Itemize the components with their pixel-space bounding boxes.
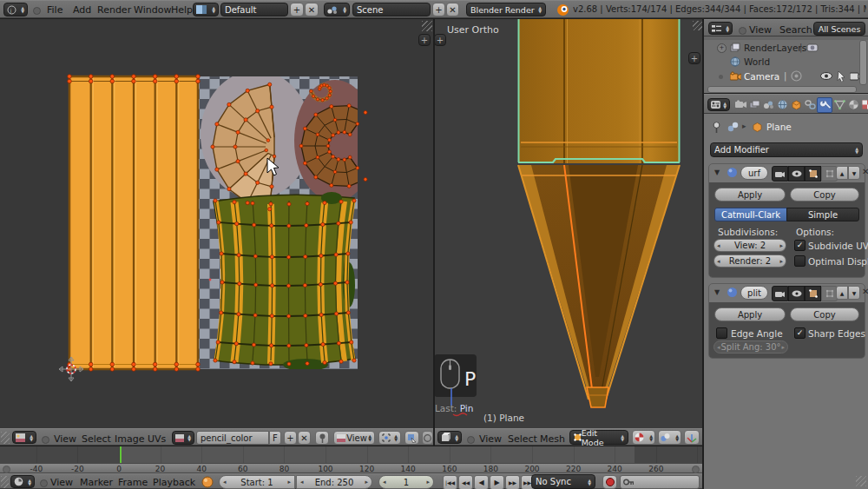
menu-file[interactable]: File [47, 4, 62, 16]
timeline-track[interactable] [0, 446, 703, 463]
selectability-arrow-icon[interactable] [836, 70, 846, 82]
editmode-visibility-toggle[interactable] [805, 166, 821, 182]
tab-material[interactable] [846, 97, 860, 111]
outliner-item-label[interactable]: World [744, 56, 770, 67]
tab-constraints[interactable] [803, 97, 817, 111]
render-engine-select[interactable]: Blender Render ▲▼ [466, 3, 546, 17]
render-restrict-icon[interactable] [806, 42, 819, 53]
current-frame-stepper[interactable]: ◂1▸ [378, 475, 434, 489]
edgesplit-apply-button[interactable]: Apply [714, 307, 786, 321]
screen-layout-browse-button[interactable]: ▲▼ [193, 3, 219, 17]
object-data-icon[interactable] [727, 122, 739, 132]
screen-layout-name-field[interactable]: Default [220, 3, 288, 17]
render-visibility-toggle[interactable] [772, 286, 788, 301]
keying-set-field[interactable] [620, 475, 700, 489]
frame-end-stepper[interactable]: ◂End: 250▸ [296, 475, 372, 489]
border-3d-properties[interactable] [702, 19, 704, 489]
uv-display-mode-select[interactable]: View ▲▼ [333, 431, 375, 445]
subdivision-type-simple[interactable]: Simple [786, 208, 859, 221]
edgesplit-copy-button[interactable]: Copy [790, 307, 859, 321]
viewport-corner-resize-handle[interactable] [693, 21, 702, 30]
visibility-eye-icon[interactable] [820, 71, 832, 81]
viewport-visibility-toggle[interactable] [788, 286, 805, 301]
uv-corner-resize-handle[interactable] [422, 21, 432, 31]
subdivide-uvs-checkbox[interactable]: ✓ [794, 240, 806, 251]
modifier-move-down-button[interactable]: ▼ [848, 166, 860, 180]
sync-mode-select[interactable]: No Sync ▲▼ [531, 474, 595, 489]
viewport-visibility-toggle[interactable] [788, 166, 805, 182]
sharp-edges-checkbox[interactable]: ✓ [794, 327, 806, 339]
uv-menu-image[interactable]: Image [115, 433, 144, 445]
jump-to-start-button[interactable]: |◀◀ [443, 475, 457, 489]
image-name-field[interactable]: pencil_color [196, 431, 269, 445]
expand-icon[interactable]: + [717, 43, 727, 53]
manipulator-toggle[interactable] [684, 430, 700, 445]
uv-island-pencil-body[interactable] [69, 76, 198, 369]
viewport-editor-type-button[interactable]: ▲▼ [437, 431, 462, 444]
delete-layout-button[interactable]: ✕ [305, 3, 319, 17]
subdivision-type-catmull-clark[interactable]: Catmull-Clark [714, 208, 787, 221]
uv-menu-uvs[interactable]: UVs [148, 433, 166, 445]
unlink-image-button[interactable]: ✕ [298, 431, 311, 445]
scene-name-field[interactable]: Scene [352, 3, 431, 17]
editmode-visibility-toggle[interactable] [805, 286, 821, 301]
tab-object-data[interactable] [832, 97, 846, 111]
outliner-row-camera[interactable]: Camera | [704, 69, 868, 83]
tab-modifiers[interactable] [817, 97, 832, 113]
modifier-move-up-button[interactable]: ▲ [836, 286, 848, 300]
uv-region-expand-button[interactable]: + [418, 34, 431, 46]
outliner-filter-select[interactable]: All Scenes [813, 22, 865, 36]
pin-icon[interactable] [712, 122, 721, 133]
panel-expand-arrow[interactable]: ▼ [714, 169, 720, 176]
outliner-row-world[interactable]: World [704, 55, 868, 69]
subsurf-render-subdivisions-stepper[interactable]: ◂Render: 2▸ [713, 254, 786, 268]
viewport-menu-select[interactable]: Select [508, 433, 537, 445]
proportional-edit-button[interactable] [422, 431, 433, 445]
add-modifier-dropdown[interactable]: Add Modifier ▲▼ [710, 142, 863, 157]
timeline-ruler-scrollbar[interactable]: -40-200204060801001201401601802002202402… [0, 463, 703, 473]
tab-texture[interactable] [860, 97, 868, 111]
uv-snap-button[interactable] [404, 431, 419, 445]
outliner-menu-view[interactable]: View [749, 24, 772, 36]
outliner-menu-search[interactable]: Search [779, 24, 812, 36]
menu-add[interactable]: Add [73, 4, 91, 16]
border-outliner-properties[interactable] [704, 93, 868, 94]
new-image-button[interactable]: + [284, 431, 297, 445]
tab-render[interactable] [733, 97, 747, 111]
timeline-menu-view[interactable]: View [50, 477, 73, 488]
tab-object[interactable] [789, 97, 803, 111]
outliner-collapse-menus-toggle[interactable] [739, 27, 746, 35]
delete-scene-button[interactable]: ✕ [446, 3, 459, 17]
timeline-menu-marker[interactable]: Marker [80, 477, 113, 488]
timeline-editor-type-button[interactable]: ▲▼ [10, 475, 35, 488]
timeline-menu-frame[interactable]: Frame [118, 477, 148, 488]
add-scene-button[interactable]: + [432, 3, 445, 17]
tab-scene[interactable] [761, 97, 775, 111]
viewport-collapse-menus-toggle[interactable] [467, 436, 475, 444]
modifier-move-up-button[interactable]: ▲ [836, 166, 848, 180]
modifier-delete-button[interactable]: ✕ [862, 287, 868, 296]
panel-expand-arrow[interactable]: ▼ [714, 288, 720, 296]
timeline-collapse-menus-toggle[interactable] [40, 479, 48, 487]
preview-range-icon[interactable] [201, 476, 214, 488]
border-timeline[interactable] [0, 446, 703, 446]
viewport-menu-view[interactable]: View [479, 433, 502, 445]
border-uv-3d[interactable] [433, 19, 435, 446]
viewport-properties-expand-button[interactable]: + [688, 52, 700, 64]
edge-angle-checkbox[interactable] [716, 327, 727, 339]
uv-editor-type-button[interactable]: ▲▼ [12, 431, 36, 444]
outliner-hscrollbar[interactable] [707, 86, 857, 93]
outliner-row-renderlayers[interactable]: + RenderLayers | [704, 41, 868, 55]
play-reverse-button[interactable]: ◀ [474, 475, 489, 489]
uv-collapse-menus-toggle[interactable] [42, 436, 49, 444]
modifier-name-field[interactable]: urf [740, 166, 768, 180]
next-keyframe-button[interactable]: ▶▶ [505, 475, 520, 489]
frame-start-stepper[interactable]: ◂Start: 1▸ [219, 475, 295, 489]
image-browse-button[interactable]: ▲▼ [172, 431, 194, 445]
expand-dot[interactable] [719, 75, 723, 79]
uv-menu-view[interactable]: View [54, 433, 76, 445]
viewport-canvas[interactable]: User Ortho [434, 19, 703, 428]
fake-user-button[interactable]: F [269, 431, 281, 445]
scene-browse-button[interactable]: ▲▼ [324, 3, 350, 17]
subsurf-apply-button[interactable]: Apply [714, 188, 786, 202]
